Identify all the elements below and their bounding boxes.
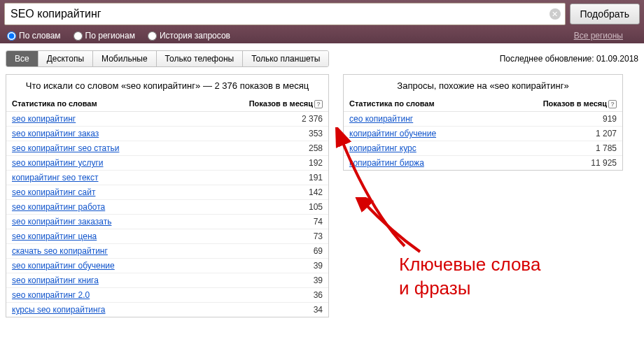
clear-icon[interactable]: ✕ — [550, 8, 561, 20]
table-row: копирайтинг биржа11 925 — [344, 156, 622, 170]
annotation-line: и фразы — [399, 277, 540, 301]
keyword-link[interactable]: seo копирайтинг seo статьи — [12, 143, 119, 153]
left-panel: Что искали со словом «seo копирайтинг» —… — [6, 74, 329, 317]
table-row: копирайтинг курс1 785 — [344, 141, 622, 156]
views-value: 919 — [603, 114, 617, 124]
right-panel-header: Статистика по словам Показов в месяц? — [344, 96, 622, 112]
keyword-link[interactable]: копирайтинг seo текст — [12, 173, 98, 182]
keyword-link[interactable]: скачать seo копирайтинг — [12, 246, 108, 256]
table-row: копирайтинг обучение1 207 — [344, 127, 622, 141]
views-value: 192 — [309, 158, 323, 168]
left-panel-title: Что искали со словом «seo копирайтинг» —… — [6, 75, 328, 96]
table-row: seo копирайтинг заказать74 — [6, 215, 328, 229]
views-value: 353 — [309, 129, 323, 138]
views-value: 34 — [314, 305, 323, 315]
keyword-link[interactable]: seo копирайтинг заказать — [12, 217, 111, 227]
table-row: сео копирайтинг919 — [344, 112, 622, 127]
right-panel-title: Запросы, похожие на «seo копирайтинг» — [344, 75, 622, 96]
keyword-link[interactable]: seo копирайтинг 2.0 — [12, 290, 90, 300]
views-value: 1 207 — [596, 129, 617, 138]
table-row: seo копирайтинг seo статьи258 — [6, 141, 328, 156]
keyword-link[interactable]: курсы seo копирайтинга — [12, 305, 106, 315]
keyword-link[interactable]: копирайтинг биржа — [349, 158, 424, 168]
col-stat-header: Статистика по словам — [12, 99, 97, 108]
tab-phones-only[interactable]: Только телефоны — [157, 51, 244, 66]
all-regions-link[interactable]: Все регионы — [574, 31, 623, 41]
radio-input[interactable] — [74, 31, 83, 41]
submit-button[interactable]: Подобрать — [570, 3, 640, 24]
col-views-header: Показов в месяц? — [543, 99, 617, 108]
keyword-link[interactable]: seo копирайтинг работа — [12, 202, 105, 212]
radio-label: История запросов — [160, 31, 230, 41]
tabs-row: Все Десктопы Мобильные Только телефоны Т… — [0, 43, 644, 71]
radio-input[interactable] — [7, 31, 16, 41]
keyword-link[interactable]: seo копирайтинг книга — [12, 275, 99, 285]
search-bar: ✕ Подобрать — [0, 0, 644, 28]
col-stat-header: Статистика по словам — [349, 99, 435, 108]
table-row: seo копирайтинг работа105 — [6, 200, 328, 215]
table-row: seo копирайтинг 2.036 — [6, 288, 328, 303]
views-value: 2 376 — [302, 114, 323, 124]
keyword-link[interactable]: seo копирайтинг услуги — [12, 158, 103, 168]
tab-all[interactable]: Все — [6, 51, 38, 66]
views-value: 36 — [314, 290, 323, 300]
col-views-header: Показов в месяц? — [249, 99, 323, 108]
radio-by-words[interactable]: По словам — [7, 31, 61, 41]
views-value: 73 — [314, 231, 323, 241]
table-row: копирайтинг seo текст191 — [6, 171, 328, 185]
annotation-text: Ключевые слова и фразы — [399, 253, 540, 301]
panels-container: Что искали со словом «seo копирайтинг» —… — [0, 71, 644, 323]
views-value: 39 — [314, 261, 323, 271]
views-value: 142 — [309, 187, 323, 197]
keyword-link[interactable]: seo копирайтинг заказ — [12, 129, 99, 138]
help-icon[interactable]: ? — [608, 100, 617, 108]
views-value: 69 — [314, 246, 323, 256]
keyword-link[interactable]: seo копирайтинг обучение — [12, 261, 115, 271]
table-row: seo копирайтинг цена73 — [6, 229, 328, 244]
table-row: скачать seo копирайтинг69 — [6, 244, 328, 259]
radio-label: По регионам — [85, 31, 135, 41]
tab-tablets-only[interactable]: Только планшеты — [243, 51, 328, 66]
keyword-link[interactable]: сео копирайтинг — [349, 114, 413, 124]
radio-by-regions[interactable]: По регионам — [74, 31, 135, 41]
device-tabs: Все Десктопы Мобильные Только телефоны Т… — [6, 50, 329, 67]
keyword-link[interactable]: seo копирайтинг — [12, 114, 76, 124]
keyword-link[interactable]: копирайтинг курс — [349, 143, 416, 153]
keyword-link[interactable]: seo копирайтинг цена — [12, 231, 97, 241]
views-value: 258 — [309, 143, 323, 153]
table-row: seo копирайтинг2 376 — [6, 112, 328, 127]
search-input[interactable] — [5, 3, 565, 24]
views-value: 105 — [309, 202, 323, 212]
radio-input[interactable] — [148, 31, 157, 41]
table-row: seo копирайтинг услуги192 — [6, 156, 328, 171]
arrow-icon — [350, 197, 427, 260]
keyword-link[interactable]: копирайтинг обучение — [349, 129, 436, 138]
table-row: seo копирайтинг заказ353 — [6, 127, 328, 141]
help-icon[interactable]: ? — [314, 100, 323, 108]
annotation-line: Ключевые слова — [399, 253, 540, 277]
right-panel: Запросы, похожие на «seo копирайтинг» Ст… — [343, 74, 623, 171]
views-value: 74 — [314, 217, 323, 227]
views-value: 1 785 — [596, 143, 617, 153]
filter-row: По словам По регионам История запросов В… — [0, 28, 644, 43]
table-row: seo копирайтинг книга39 — [6, 273, 328, 288]
keyword-link[interactable]: seo копирайтинг сайт — [12, 187, 95, 197]
tab-desktops[interactable]: Десктопы — [38, 51, 93, 66]
table-row: курсы seo копирайтинга34 — [6, 303, 328, 317]
views-value: 11 925 — [591, 158, 617, 168]
left-panel-header: Статистика по словам Показов в месяц? — [6, 96, 328, 112]
radio-history[interactable]: История запросов — [148, 31, 230, 41]
last-update: Последнее обновление: 01.09.2018 — [500, 54, 638, 64]
search-input-wrapper: ✕ — [4, 3, 566, 25]
tab-mobile[interactable]: Мобильные — [93, 51, 157, 66]
table-row: seo копирайтинг обучение39 — [6, 259, 328, 273]
table-row: seo копирайтинг сайт142 — [6, 185, 328, 200]
views-value: 39 — [314, 275, 323, 285]
radio-label: По словам — [19, 31, 61, 41]
views-value: 191 — [309, 173, 323, 182]
